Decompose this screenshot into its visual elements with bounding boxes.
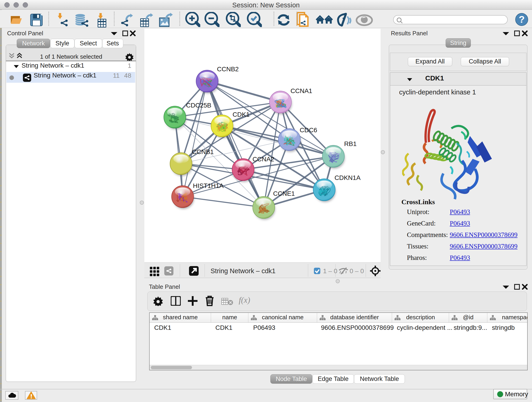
svg-text:CDC25B: CDC25B bbox=[186, 102, 211, 109]
svg-text:CCNA2: CCNA2 bbox=[253, 156, 274, 163]
svg-text:CDC6: CDC6 bbox=[300, 127, 317, 134]
svg-text:RB1: RB1 bbox=[344, 140, 356, 147]
svg-text:HIST1H1A: HIST1H1A bbox=[193, 182, 224, 189]
svg-text:CDKN1A: CDKN1A bbox=[335, 174, 361, 181]
svg-text:CCNA1: CCNA1 bbox=[291, 87, 312, 95]
svg-text:CCNB2: CCNB2 bbox=[217, 65, 239, 73]
svg-text:CCNB1: CCNB1 bbox=[192, 148, 214, 155]
svg-text:CCNE1: CCNE1 bbox=[273, 190, 295, 197]
svg-text:CDK1: CDK1 bbox=[233, 111, 250, 118]
svg-text:?: ? bbox=[519, 14, 525, 25]
